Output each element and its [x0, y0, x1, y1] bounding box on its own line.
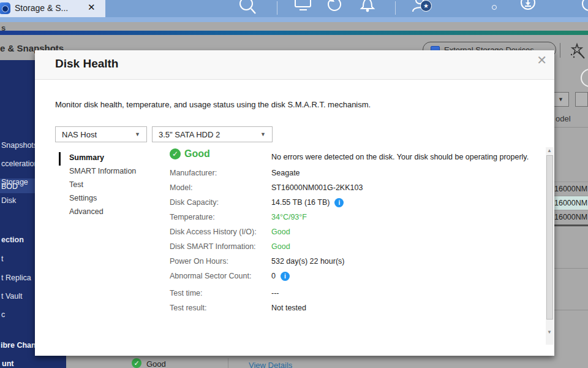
good-check-icon: ✓: [170, 148, 181, 159]
table-row-selected[interactable]: 16000NM: [554, 196, 588, 210]
chevron-down-icon: ▼: [135, 131, 140, 137]
disk-detail-fields: Manufacturer: Seagate Model: ST16000NM00…: [170, 166, 537, 315]
host-select[interactable]: NAS Host ▼: [55, 126, 147, 142]
health-status: ✓ Good: [170, 148, 210, 159]
view-details-link[interactable]: View Details: [249, 361, 292, 368]
model-column-header-fragment: odel: [556, 114, 571, 123]
user-star-badge-icon[interactable]: ★: [420, 0, 432, 12]
storage-app-icon: [0, 2, 10, 14]
nav-test[interactable]: Test: [59, 179, 136, 193]
dialog-title: Disk Health: [55, 57, 118, 71]
field-temperature: Temperature: 34°C/93°F: [170, 210, 537, 224]
dialog-close-icon[interactable]: ✕: [537, 53, 547, 67]
dialog-nav: Summary SMART Information Test Settings …: [59, 152, 136, 220]
dialog-description: Monitor disk health, temperature, and us…: [55, 100, 371, 109]
topbar-divider: [277, 1, 277, 15]
nav-summary[interactable]: Summary: [59, 152, 136, 166]
field-disk-capacity: Disk Capacity: 14.55 TB (16 TB) i: [170, 195, 537, 210]
bell-icon[interactable]: [358, 0, 377, 13]
topbar-divider: [395, 1, 396, 15]
info-icon[interactable]: i: [334, 198, 344, 207]
search-icon[interactable]: [238, 0, 257, 15]
sidebar-item-mount[interactable]: unt: [0, 359, 66, 368]
field-power-on-hours: Power On Hours: 532 day(s) 22 hour(s): [170, 254, 537, 269]
screen: ★ Storage & S... ✕ s e & Snapshots Exter…: [0, 0, 588, 368]
table-end-line: [554, 224, 588, 226]
window-search-icon[interactable]: [581, 69, 588, 87]
filter-dropdown-partial[interactable]: [575, 92, 588, 107]
table-line: [554, 310, 588, 310]
field-disk-access-history: Disk Access History (I/O): Good: [170, 224, 537, 239]
magic-wand-icon[interactable]: [568, 42, 586, 59]
field-model: Model: ST16000NM001G-2KK103: [170, 180, 537, 195]
scroll-up-icon[interactable]: ▲: [547, 148, 552, 153]
field-disk-smart-information: Disk SMART Information: Good: [170, 239, 537, 254]
nav-settings[interactable]: Settings: [59, 193, 136, 206]
scrollbar-thumb[interactable]: [546, 155, 553, 320]
tab-storage-snapshots[interactable]: Storage & S... ✕: [0, 0, 105, 17]
topbar-lower-strip: [0, 17, 588, 22]
nav-advanced[interactable]: Advanced: [59, 206, 136, 220]
dialog-scrollbar[interactable]: ▲ ▼: [546, 147, 554, 345]
table-line: [554, 127, 588, 128]
nav-smart-information[interactable]: SMART Information: [59, 166, 136, 179]
scroll-down-icon[interactable]: ▼: [547, 329, 552, 335]
toolbar-divider: [560, 43, 560, 58]
table-row[interactable]: 16000NM: [554, 210, 588, 224]
dot-indicator-icon: [492, 5, 497, 10]
disk-select-value: 3.5" SATA HDD 2: [159, 130, 220, 139]
tab-close-icon[interactable]: ✕: [88, 2, 96, 13]
host-select-value: NAS Host: [62, 130, 97, 139]
history-icon[interactable]: [326, 0, 344, 14]
table-row[interactable]: 16000NM: [554, 182, 588, 196]
health-status-label: Good: [184, 148, 210, 159]
table-line: [554, 268, 588, 269]
disk-health-dialog: Disk Health ✕ Monitor disk health, tempe…: [35, 50, 554, 356]
chevron-down-icon: ▼: [260, 131, 266, 137]
gradient-accent-bar: [0, 31, 588, 35]
good-status-check-icon: ✓: [132, 358, 141, 368]
field-test-result: Test result: Not tested: [170, 301, 537, 315]
bottom-column-divider: [228, 358, 228, 368]
field-manufacturer: Manufacturer: Seagate: [170, 166, 537, 180]
disk-select[interactable]: 3.5" SATA HDD 2 ▼: [152, 126, 273, 142]
download-icon[interactable]: [519, 0, 537, 13]
partial-icon[interactable]: [581, 0, 588, 13]
field-abnormal-sector-count: Abnormal Sector Count: 0 i: [170, 269, 537, 283]
health-status-message: No errors were detected on the disk. You…: [271, 153, 529, 161]
info-icon[interactable]: i: [281, 272, 290, 281]
tab-label: Storage & S...: [15, 3, 68, 13]
topbar: ★ Storage & S... ✕: [0, 0, 588, 17]
field-test-time: Test time: ---: [170, 286, 537, 301]
filter-dropdown[interactable]: ▼: [552, 92, 569, 107]
dialog-header: Disk Health ✕: [35, 50, 554, 80]
devices-icon[interactable]: [294, 0, 312, 12]
good-status-label: Good: [146, 359, 166, 368]
